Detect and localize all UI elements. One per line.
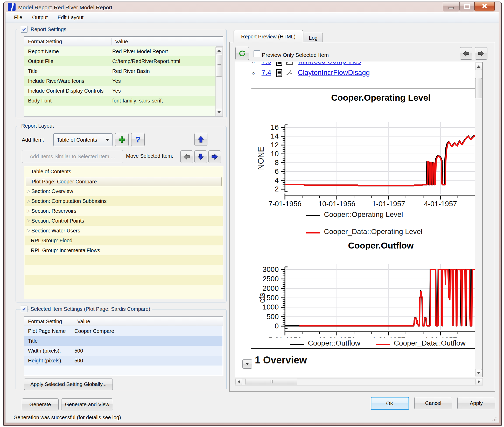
svg-text:6: 6 bbox=[275, 167, 279, 175]
plus-icon bbox=[118, 136, 126, 143]
expander-icon[interactable]: ▷ bbox=[27, 196, 30, 206]
toc-link-number[interactable]: 7.4 bbox=[262, 69, 271, 77]
report-settings-checkbox[interactable] bbox=[21, 26, 27, 33]
refresh-button[interactable] bbox=[235, 47, 249, 60]
minimize-button[interactable] bbox=[443, 2, 459, 11]
preview-vscrollbar[interactable] bbox=[475, 62, 482, 377]
generate-and-view-button[interactable]: Generate and View bbox=[61, 398, 113, 410]
col-value: Value bbox=[115, 37, 128, 46]
table-scrollbar[interactable] bbox=[215, 47, 223, 116]
move-up-button[interactable] bbox=[194, 133, 207, 146]
preview-only-label: Preview Only Selected Item bbox=[262, 52, 329, 58]
scroll-down-button[interactable] bbox=[216, 109, 222, 115]
apply-button[interactable]: Apply bbox=[457, 397, 495, 409]
table-row[interactable]: Output FileC:/temp/RedRiverReport.html bbox=[24, 56, 216, 66]
table-row[interactable]: Include Content Display ControlsYes bbox=[24, 86, 216, 96]
list-item[interactable]: RPL Group: Flood bbox=[25, 236, 223, 245]
table-row[interactable]: Report NameRed River Model Report bbox=[24, 46, 216, 56]
svg-text:7-01-1956: 7-01-1956 bbox=[268, 200, 302, 208]
cancel-button[interactable]: Cancel bbox=[414, 397, 452, 409]
scrollbar-thumb[interactable] bbox=[475, 78, 482, 98]
legend-line-black bbox=[306, 215, 320, 216]
chart2-outflow: 050010001500200025003000cfs7-01-195610-0… bbox=[251, 252, 483, 338]
minimize-icon bbox=[449, 7, 454, 9]
tab-log[interactable]: Log bbox=[304, 33, 323, 43]
table-header: Format Setting Value bbox=[24, 37, 223, 47]
add-item-combobox[interactable]: Table of Contents bbox=[53, 133, 113, 146]
scroll-down-button[interactable] bbox=[475, 369, 482, 376]
table-row[interactable]: Plot Page NameCooper Compare bbox=[24, 326, 222, 336]
nav-back-button[interactable] bbox=[460, 47, 472, 60]
expander-icon[interactable]: ▷ bbox=[27, 216, 30, 226]
preview-only-checkbox[interactable] bbox=[254, 50, 260, 57]
plot-page-image: Cooper.Operating Level 246810121416NONE7… bbox=[251, 88, 483, 349]
apply-globally-button[interactable]: Apply Selected Setting Globally... bbox=[24, 378, 113, 390]
add-similar-button[interactable]: Add Items Similar to Selected Item ... bbox=[22, 150, 123, 163]
chart1-legend-item: Cooper::Operating Level bbox=[306, 210, 403, 219]
scroll-left-button[interactable] bbox=[235, 379, 242, 385]
resize-grip[interactable] bbox=[492, 417, 497, 421]
menu-output[interactable]: Output bbox=[29, 12, 51, 23]
move-left-button[interactable] bbox=[180, 150, 193, 163]
expander-icon[interactable]: ▷ bbox=[27, 206, 30, 216]
menu-file[interactable]: File bbox=[10, 12, 26, 23]
list-item[interactable]: RPL Group: IncrementalFlows bbox=[25, 245, 223, 255]
selected-item-settings-checkbox[interactable] bbox=[21, 306, 27, 312]
toc-link-label[interactable]: Millwood Comp Incs bbox=[298, 62, 361, 65]
svg-text:2500: 2500 bbox=[263, 275, 279, 283]
svg-text:cfs: cfs bbox=[257, 293, 267, 303]
move-down-button[interactable] bbox=[194, 150, 207, 163]
close-button[interactable] bbox=[474, 2, 495, 11]
maximize-button[interactable] bbox=[459, 2, 474, 11]
svg-text:10-01-1956: 10-01-1956 bbox=[318, 336, 355, 338]
svg-text:500: 500 bbox=[267, 313, 279, 321]
svg-text:4-01-1957: 4-01-1957 bbox=[424, 336, 457, 338]
scrollbar-thumb[interactable] bbox=[246, 379, 297, 385]
scroll-up-button[interactable] bbox=[475, 63, 482, 70]
preview-hscrollbar[interactable] bbox=[235, 378, 483, 385]
scroll-right-button[interactable] bbox=[475, 379, 482, 385]
toc-link-label[interactable]: ClaytonIncrFlowDisagg bbox=[298, 69, 370, 77]
list-item[interactable]: ▷Section: Water Users bbox=[25, 226, 223, 236]
table-row-selected[interactable]: Title bbox=[24, 336, 222, 346]
menu-edit-layout[interactable]: Edit Layout bbox=[54, 12, 87, 23]
arrow-right-icon bbox=[478, 380, 480, 384]
add-item-button[interactable] bbox=[115, 133, 129, 146]
help-button[interactable]: ? bbox=[131, 133, 145, 146]
plot-item-icon bbox=[284, 62, 293, 65]
nav-forward-button[interactable] bbox=[475, 47, 487, 60]
legend-line-black bbox=[290, 344, 304, 345]
arrow-up-icon bbox=[217, 50, 221, 52]
toc-link-number[interactable]: 7.3 bbox=[262, 62, 271, 65]
arrow-down-icon bbox=[477, 372, 480, 374]
refresh-icon bbox=[238, 50, 246, 57]
ok-button[interactable]: OK bbox=[371, 397, 409, 410]
move-right-button[interactable] bbox=[208, 150, 221, 163]
arrow-up-icon bbox=[477, 65, 480, 68]
table-row[interactable]: Width (pixels).500 bbox=[24, 346, 222, 356]
move-selected-item-label: Move Selected Item: bbox=[126, 153, 173, 159]
list-item-selected[interactable]: Plot Page: Cooper Compare bbox=[25, 176, 223, 186]
add-item-label: Add Item: bbox=[22, 136, 44, 143]
list-item[interactable]: ▷Section: Control Points bbox=[25, 216, 223, 226]
section-collapse-button[interactable] bbox=[242, 359, 252, 369]
scroll-up-button[interactable] bbox=[216, 47, 222, 54]
svg-text:7-01-1956: 7-01-1956 bbox=[268, 336, 302, 338]
generate-button[interactable]: Generate bbox=[22, 398, 59, 410]
table-row[interactable]: Height (pixels).500 bbox=[24, 356, 222, 366]
expander-icon[interactable]: ▷ bbox=[27, 186, 30, 196]
table-row[interactable]: TitleRed River Basin bbox=[24, 66, 216, 76]
list-item[interactable]: Table of Contents bbox=[25, 167, 223, 176]
svg-text:14: 14 bbox=[271, 132, 279, 140]
tab-report-preview[interactable]: Report Preview (HTML) bbox=[234, 30, 303, 43]
svg-text:3000: 3000 bbox=[263, 265, 279, 273]
svg-text:4: 4 bbox=[275, 176, 279, 184]
list-item[interactable]: ▷Section: Computation Subbasins bbox=[25, 196, 223, 206]
report-settings-table: Format Setting Value Report NameRed Rive… bbox=[24, 36, 223, 116]
list-item[interactable]: ▷Section: Reservoirs bbox=[25, 206, 223, 216]
table-row[interactable]: Include RiverWare IconsYes bbox=[24, 76, 216, 86]
table-row[interactable]: Body Fontfont-family: sans-serif; bbox=[24, 96, 216, 106]
list-item[interactable]: ▷Section: Overview bbox=[25, 186, 223, 196]
scrollbar-thumb[interactable] bbox=[216, 55, 222, 77]
expander-icon[interactable]: ▷ bbox=[27, 226, 30, 236]
